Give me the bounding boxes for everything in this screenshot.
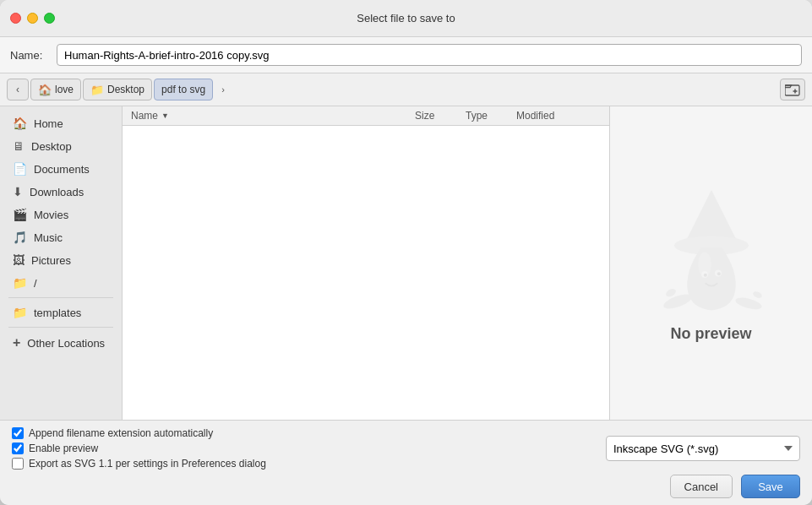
breadcrumb-more[interactable]: › [215, 79, 232, 100]
sidebar-item-documents[interactable]: 📄 Documents [4, 158, 117, 180]
content-area: ‹ 🏠 love 📁 Desktop pdf to svg › [0, 73, 812, 420]
sidebar-pictures-label: Pictures [31, 254, 71, 267]
folder-icon: 📁 [13, 276, 27, 290]
append-ext-label: Append filename extension automatically [29, 427, 213, 439]
sidebar-item-movies[interactable]: 🎬 Movies [4, 204, 117, 225]
preview-content: No preview [644, 183, 779, 343]
enable-preview-row[interactable]: Enable preview [12, 443, 266, 454]
new-folder-icon [785, 83, 800, 96]
no-preview-label: No preview [670, 325, 751, 343]
checkboxes-col: Append filename extension automatically … [12, 427, 266, 470]
column-type[interactable]: Type [466, 110, 516, 122]
sidebar-item-home[interactable]: 🏠 Home [4, 112, 117, 134]
column-size-label: Size [415, 110, 434, 122]
music-icon: 🎵 [13, 231, 27, 244]
sidebar-home-label: Home [34, 117, 63, 130]
filename-input[interactable] [57, 44, 802, 66]
titlebar: Select file to save to [0, 0, 812, 37]
file-table-header: Name ▼ Size Type Modified [123, 106, 609, 126]
svg-point-12 [703, 274, 706, 277]
sidebar-item-other-locations[interactable]: + Other Locations [4, 331, 117, 355]
home-icon: 🏠 [38, 84, 52, 96]
breadcrumb-desktop-label: Desktop [107, 84, 144, 95]
sidebar-music-label: Music [34, 231, 63, 244]
sidebar-item-templates[interactable]: 📁 templates [4, 301, 117, 323]
split-pane: 🏠 Home 🖥 Desktop 📄 Documents ⬇ Downloads… [0, 106, 812, 420]
column-name[interactable]: Name ▼ [131, 110, 415, 122]
sidebar-item-pictures[interactable]: 🖼 Pictures [4, 249, 117, 271]
traffic-lights [10, 13, 55, 24]
file-area: Name ▼ Size Type Modified [123, 106, 609, 420]
enable-preview-checkbox[interactable] [12, 443, 24, 454]
name-label: Name: [10, 49, 48, 62]
movies-icon: 🎬 [13, 208, 27, 221]
inkscape-logo-icon [644, 183, 779, 318]
sidebar-desktop-label: Desktop [31, 140, 72, 153]
column-type-label: Type [466, 110, 488, 122]
append-ext-checkbox[interactable] [12, 427, 24, 439]
maximize-button[interactable] [44, 13, 55, 24]
back-button[interactable]: ‹ [7, 79, 29, 100]
column-modified[interactable]: Modified [516, 110, 601, 122]
sidebar-movies-label: Movies [34, 209, 68, 221]
svg-marker-3 [684, 190, 738, 244]
sidebar-downloads-label: Downloads [30, 186, 84, 198]
append-ext-row[interactable]: Append filename extension automatically [12, 427, 266, 439]
minimize-button[interactable] [27, 13, 38, 24]
enable-preview-label: Enable preview [29, 443, 98, 454]
breadcrumb-pdf-to-svg-label: pdf to svg [161, 84, 205, 95]
desktop-icon: 🖥 [13, 139, 25, 153]
plus-icon: + [13, 335, 20, 350]
bottom-buttons: Cancel Save [12, 475, 800, 498]
export-svg-label: Export as SVG 1.1 per settings in Prefer… [29, 458, 266, 470]
breadcrumb-love[interactable]: 🏠 love [30, 79, 81, 100]
column-name-label: Name [131, 110, 158, 122]
sidebar-documents-label: Documents [34, 163, 90, 176]
downloads-icon: ⬇ [13, 185, 23, 198]
sort-arrow-icon: ▼ [161, 111, 169, 120]
column-modified-label: Modified [516, 110, 554, 122]
bottom-top-row: Append filename extension automatically … [12, 427, 800, 470]
export-svg-row[interactable]: Export as SVG 1.1 per settings in Prefer… [12, 458, 266, 470]
svg-point-7 [734, 296, 763, 312]
format-select[interactable]: Inkscape SVG (*.svg) Plain SVG (*.svg) P… [606, 436, 800, 461]
sidebar-divider-2 [8, 327, 113, 328]
svg-point-13 [717, 272, 720, 275]
sidebar-other-locations-label: Other Locations [27, 337, 105, 350]
breadcrumb-love-label: love [55, 84, 74, 95]
save-button[interactable]: Save [741, 475, 800, 498]
home-icon: 🏠 [13, 117, 27, 130]
pictures-icon: 🖼 [13, 253, 25, 267]
svg-point-9 [751, 291, 762, 300]
documents-icon: 📄 [13, 162, 27, 176]
breadcrumb-desktop[interactable]: 📁 Desktop [83, 79, 152, 100]
cancel-button[interactable]: Cancel [670, 475, 733, 498]
dialog-title: Select file to save to [357, 12, 455, 24]
folder-icon: 📁 [90, 84, 104, 96]
file-save-dialog: Select file to save to Name: ‹ 🏠 love 📁 … [0, 0, 812, 505]
format-select-container: Inkscape SVG (*.svg) Plain SVG (*.svg) P… [606, 436, 800, 461]
sidebar-root-label: / [34, 277, 37, 290]
export-svg-checkbox[interactable] [12, 458, 24, 470]
sidebar-item-desktop[interactable]: 🖥 Desktop [4, 135, 117, 157]
breadcrumb-bar: ‹ 🏠 love 📁 Desktop pdf to svg › [0, 73, 812, 106]
sidebar-templates-label: templates [34, 307, 81, 319]
bottom-bar: Append filename extension automatically … [0, 420, 812, 505]
column-size[interactable]: Size [415, 110, 466, 122]
file-list [123, 126, 609, 420]
svg-rect-0 [785, 85, 799, 95]
folder-icon: 📁 [13, 306, 27, 319]
format-select-wrap: Inkscape SVG (*.svg) Plain SVG (*.svg) P… [606, 436, 800, 461]
sidebar-item-music[interactable]: 🎵 Music [4, 226, 117, 248]
sidebar-item-root[interactable]: 📁 / [4, 272, 117, 294]
new-folder-button[interactable] [780, 79, 805, 100]
sidebar-item-downloads[interactable]: ⬇ Downloads [4, 181, 117, 203]
sidebar: 🏠 Home 🖥 Desktop 📄 Documents ⬇ Downloads… [0, 106, 123, 420]
name-row: Name: [0, 37, 812, 73]
breadcrumb-pdf-to-svg[interactable]: pdf to svg [154, 79, 213, 100]
preview-area: No preview [609, 106, 812, 420]
sidebar-divider [8, 297, 113, 298]
close-button[interactable] [10, 13, 21, 24]
